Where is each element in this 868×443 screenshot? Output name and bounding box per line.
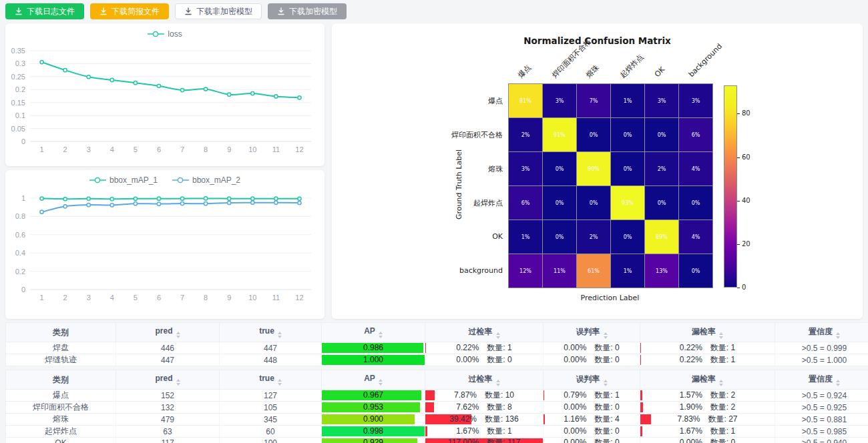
data-point [180,197,184,200]
rate-count: 数量: 4 [594,414,619,424]
x-tick-label: 11 [272,294,280,302]
cell-ap: 0.986 [322,342,425,354]
column-header-mis[interactable]: 误判率 [544,370,640,390]
table-header-row: 类别predtrueAP过检率误判率漏检率置信度 [6,323,868,342]
x-tick-label: 12 [295,145,303,153]
cell-overdetect-rate: 0.00%数量: 0 [425,354,544,366]
matrix-cell: 0% [543,186,576,219]
cell-misjudge-rate: 0.00%数量: 0 [544,342,640,354]
legend-item-bbox_mAP_1[interactable]: bbox_mAP_1 [89,175,158,185]
cell-true: 100 [220,438,322,443]
cell-confidence: >0.5 = 0.940 [775,438,868,443]
matrix-cell: 0% [611,220,644,254]
cell-ap: 0.953 [322,402,425,414]
legend-marker-icon [148,31,164,37]
column-header-over[interactable]: 过检率 [425,323,544,342]
download-encrypted-model-button[interactable]: 下载加密模型 [268,3,347,19]
rate-count: 数量: 1 [710,343,735,353]
cell-true: 448 [220,354,322,366]
column-header-label: 类别 [53,328,69,337]
matrix-cell: 11% [543,254,576,288]
rate-count: 数量: 1 [487,426,511,436]
y-tick-label: 0.1 [15,111,25,119]
download-report-button[interactable]: 下载简报文件 [90,3,169,19]
column-header-true[interactable]: true [220,370,322,390]
rate-percent: 39.42% [449,414,477,424]
x-tick-label: 4 [110,294,114,302]
cell-pred: 479 [116,414,220,426]
column-header-conf[interactable]: 置信度 [775,323,868,342]
column-header-label: 漏检率 [692,327,716,336]
rate-count: 数量: 136 [485,414,519,424]
column-header-pred[interactable]: pred [116,323,220,342]
download-log-button[interactable]: 下载日志文件 [5,3,84,19]
chart-legend: bbox_mAP_1bbox_mAP_2 [5,175,324,185]
matrix-cell: 0% [679,186,712,219]
confusion-matrix-card: Normalized Confusion Matrix81%3%7%1%3%3%… [332,23,863,319]
cell-misjudge-rate: 0.00%数量: 0 [544,402,640,414]
matrix-cell: 6% [509,186,542,219]
column-header-label: 置信度 [809,374,833,384]
table-row: 爆点1521270.9677.87%数量: 100.79%数量: 11.57%数… [6,390,868,402]
matrix-cell: 3% [645,84,678,117]
matrix-cell: 4% [679,220,712,254]
rate-count: 数量: 0 [487,355,511,365]
column-header-label: 误判率 [576,374,600,384]
column-header-label: 过检率 [469,327,493,336]
legend-item-bbox_mAP_2[interactable]: bbox_mAP_2 [172,175,240,185]
matrix-cell: 0% [611,152,644,185]
column-header-over[interactable]: 过检率 [425,370,544,390]
rate-percent: 0.22% [456,343,479,353]
confusion-matrix-grid: 81%3%7%1%3%3%2%91%0%0%0%6%3%0%90%0%2%4%6… [508,83,713,288]
matrix-cell: 0% [543,220,576,254]
matrix-row-label: 熔珠 [376,164,503,174]
download-icon [277,7,285,15]
data-point [228,201,231,204]
y-tick-label: 1 [21,194,25,202]
colorbar-tick [737,157,740,158]
download-plain-model-button[interactable]: 下载非加密模型 [175,3,262,19]
cell-overdetect-rate: 0.22%数量: 1 [425,342,544,354]
rate-count: 数量: 117 [487,438,520,443]
ap-value: 0.986 [363,343,383,353]
data-point [63,69,67,72]
column-header-conf[interactable]: 置信度 [775,370,868,390]
column-header-miss[interactable]: 漏检率 [640,323,775,342]
y-tick-label: 0 [21,286,25,294]
matrix-cell: 93% [611,186,644,219]
matrix-column-label: background [687,42,724,79]
cell-missdetect-rate: 1.90%数量: 2 [640,402,775,414]
rate-count: 数量: 1 [487,343,511,353]
sort-icon [604,380,608,386]
column-header-miss[interactable]: 漏检率 [640,370,775,390]
download-icon [184,7,192,15]
column-header-pred[interactable]: pred [116,370,220,390]
table-row: 焊缝轨迹4474481.0000.00%数量: 00.00%数量: 00.22%… [6,354,868,366]
cell-misjudge-rate: 0.79%数量: 1 [544,390,640,402]
x-tick-label: 7 [180,145,184,153]
cell-category: 焊盘 [6,342,116,354]
rate-percent: 117.00% [448,438,479,443]
cell-overdetect-rate: 7.87%数量: 10 [425,390,544,402]
chart-legend: loss [5,29,324,39]
column-header-category: 类别 [6,370,116,390]
colorbar-tick [737,201,740,201]
rate-count: 数量: 1 [710,355,735,365]
column-header-label: 过检率 [469,374,493,384]
column-header-label: AP [364,374,375,383]
matrix-cell: 0% [611,118,644,151]
column-header-mis[interactable]: 误判率 [544,323,640,342]
cell-misjudge-rate: 1.16%数量: 4 [544,414,640,426]
data-point [298,201,301,204]
rate-count: 数量: 2 [710,402,735,412]
cell-overdetect-rate: 1.67%数量: 1 [425,426,544,438]
column-header-true[interactable]: true [220,323,322,342]
rate-percent: 0.00% [564,438,586,443]
series-line-bbox_mAP_2 [42,203,300,212]
matrix-cell: 2% [577,220,610,254]
column-header-ap[interactable]: AP [322,323,425,342]
matrix-cell: 1% [611,84,644,117]
data-point [298,96,301,99]
column-header-ap[interactable]: AP [322,370,425,390]
legend-item-loss[interactable]: loss [148,29,182,39]
